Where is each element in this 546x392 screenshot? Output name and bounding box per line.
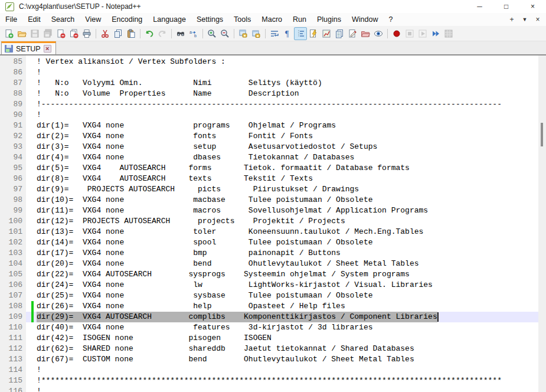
code-line-text: dir(1)= VXG4 none programs Ohjelmat / Pr… <box>37 121 336 130</box>
close-tab-button[interactable]: × <box>532 15 544 24</box>
code-line-94[interactable]: dir(4)= VXG4 none dbases Tietokannat / D… <box>26 152 538 163</box>
code-line-95[interactable]: dir(5)= VXG4 AUTOSEARCH forms Tietok. fo… <box>26 163 538 174</box>
show-all-characters-icon[interactable]: ¶ <box>281 27 294 40</box>
indent-guide-icon[interactable] <box>294 27 307 40</box>
code-line-text: dir(40)= VXG4 none features 3d-kirjastot… <box>37 323 373 332</box>
code-line-106[interactable]: dir(24)= VXG4 none lw LightWorks-kirjast… <box>26 280 538 290</box>
code-line-90[interactable]: ! <box>26 110 538 120</box>
scrollbar-thumb[interactable] <box>541 123 543 146</box>
code-line-text: dir(12)= PROJECTS AUTOSEARCH projects Pr… <box>37 217 345 226</box>
new-tab-button[interactable]: + <box>506 15 518 24</box>
vertical-scrollbar[interactable] <box>538 55 546 392</box>
menu-item-tools[interactable]: Tools <box>228 14 256 25</box>
code-line-113[interactable]: dir(67)= CUSTOM none bend Ohutlevytauluk… <box>26 354 538 365</box>
line-number: 104 <box>0 259 26 269</box>
code-line-105[interactable]: dir(22)= VXG4 AUTOSEARCH sysprogs Systee… <box>26 269 538 280</box>
menu-item-edit[interactable]: Edit <box>22 14 46 25</box>
document-list-icon[interactable] <box>333 27 346 40</box>
replace-icon[interactable]: ab <box>187 27 200 40</box>
line-number: 111 <box>0 333 26 344</box>
cut-icon[interactable] <box>99 27 112 40</box>
code-line-114[interactable]: ! <box>26 365 538 375</box>
code-line-111[interactable]: dir(42)= ISOGEN none pisogen ISOGEN <box>26 333 538 344</box>
code-line-85[interactable]: ! Vertex alikansiot / Vertex Subfolders … <box>26 57 538 67</box>
code-line-108[interactable]: dir(26)= VXG4 none help Opasteet / Help … <box>26 301 538 312</box>
code-line-91[interactable]: dir(1)= VXG4 none programs Ohjelmat / Pr… <box>26 120 538 131</box>
window-title: C:\vxg4plant\user\SETUP - Notepad++ <box>19 2 141 11</box>
tab-setup[interactable]: SETUP × <box>1 41 56 54</box>
change-marker <box>31 301 34 312</box>
save-icon <box>28 27 41 40</box>
code-line-103[interactable]: dir(17)= VXG4 none bmp painonapit / Butt… <box>26 248 538 259</box>
open-file-icon[interactable] <box>15 27 28 40</box>
code-line-88[interactable]: ! N:o Volume Properties Name Description <box>26 89 538 99</box>
code-line-99[interactable]: dir(11)= VXG4 none macros Sovellusohjelm… <box>26 205 538 216</box>
code-line-115[interactable]: !***************************************… <box>26 375 538 386</box>
new-file-icon[interactable] <box>2 27 15 40</box>
menu-item-language[interactable]: Language <box>148 14 191 25</box>
editor-area[interactable]: 8586878889909192939495969798991001011021… <box>0 55 546 392</box>
macro-record-icon[interactable] <box>390 27 403 40</box>
close-button[interactable]: × <box>519 0 546 13</box>
undo-icon[interactable] <box>143 27 156 40</box>
menu-item-plugins[interactable]: Plugins <box>312 14 346 25</box>
print-icon[interactable] <box>80 27 93 40</box>
notepadpp-app-icon <box>5 2 14 11</box>
code-line-100[interactable]: dir(12)= PROJECTS AUTOSEARCH projects Pr… <box>26 216 538 227</box>
menu-item-view[interactable]: View <box>80 14 106 25</box>
define-language-icon[interactable] <box>346 27 359 40</box>
code-line-97[interactable]: dir(9)= PROJECTS AUTOSEARCH picts Piirus… <box>26 184 538 195</box>
code-line-86[interactable]: ! <box>26 67 538 78</box>
code-line-107[interactable]: dir(25)= VXG4 none sysbase Tulee poistum… <box>26 290 538 301</box>
code-line-93[interactable]: dir(3)= VXG4 none setup Asetusarvotiedos… <box>26 142 538 152</box>
folder-as-workspace-icon[interactable] <box>359 27 372 40</box>
function-list-icon[interactable] <box>307 27 320 40</box>
code-line-92[interactable]: dir(2)= VXG4 none fonts Fontit / Fonts <box>26 131 538 142</box>
code-line-text: dir(29)= VXG4 AUTOSEARCH complibs Kompon… <box>37 312 437 321</box>
minimize-button[interactable]: ─ <box>466 0 493 13</box>
copy-icon[interactable] <box>112 27 125 40</box>
tab-bar: SETUP × <box>0 41 546 55</box>
line-number: 116 <box>0 386 26 392</box>
tab-close-icon[interactable]: × <box>44 45 51 53</box>
line-number: 113 <box>0 354 26 365</box>
code-line-87[interactable]: ! N:o Volyymi Omin. Nimi Selitys (käyttö… <box>26 78 538 89</box>
zoom-out-icon[interactable] <box>218 27 231 40</box>
tab-list-dropdown-icon[interactable]: ▼ <box>519 17 531 22</box>
code-line-109[interactable]: dir(29)= VXG4 AUTOSEARCH complibs Kompon… <box>26 312 538 322</box>
code-line-101[interactable]: dir(13)= VXG4 none toler Koneensuunn.tau… <box>26 227 538 237</box>
code-line-98[interactable]: dir(10)= VXG4 none macbase Tulee poistum… <box>26 195 538 205</box>
code-line-89[interactable]: !---------------------------------------… <box>26 99 538 110</box>
code-line-112[interactable]: dir(62)= SHARED none shareddb Jaetut tie… <box>26 344 538 354</box>
sync-vertical-icon[interactable] <box>237 27 250 40</box>
close-all-icon[interactable] <box>67 27 80 40</box>
macro-play-icon <box>416 27 429 40</box>
find-icon[interactable] <box>174 27 187 40</box>
code-line-116[interactable]: ! <box>26 386 538 392</box>
macro-run-multiple-icon[interactable] <box>429 27 442 40</box>
maximize-button[interactable]: □ <box>493 0 519 13</box>
sync-horizontal-icon[interactable] <box>250 27 263 40</box>
menu-item-[interactable]: ? <box>383 14 398 25</box>
line-number: 92 <box>0 131 26 142</box>
close-file-icon[interactable] <box>54 27 67 40</box>
word-wrap-icon[interactable] <box>268 27 281 40</box>
zoom-in-icon[interactable] <box>205 27 218 40</box>
line-number: 98 <box>0 195 26 205</box>
code-line-110[interactable]: dir(40)= VXG4 none features 3d-kirjastot… <box>26 322 538 333</box>
menu-item-search[interactable]: Search <box>46 14 80 25</box>
paste-icon[interactable] <box>125 27 138 40</box>
text-area[interactable]: ! Vertex alikansiot / Vertex Subfolders … <box>26 55 538 392</box>
code-line-104[interactable]: dir(20)= VXG4 none bend Ohutlevytaulukot… <box>26 259 538 269</box>
menu-item-encoding[interactable]: Encoding <box>106 14 148 25</box>
document-map-icon[interactable] <box>320 27 333 40</box>
code-line-102[interactable]: dir(14)= VXG4 none spool Tulee poistumaa… <box>26 237 538 248</box>
menu-item-settings[interactable]: Settings <box>191 14 228 25</box>
menu-item-macro[interactable]: Macro <box>256 14 287 25</box>
menu-item-window[interactable]: Window <box>346 14 383 25</box>
monitoring-icon[interactable] <box>372 27 385 40</box>
menu-item-file[interactable]: File <box>0 14 22 25</box>
menu-item-run[interactable]: Run <box>287 14 312 25</box>
code-line-96[interactable]: dir(8)= VXG4 AUTOSEARCH texts Tekstit / … <box>26 174 538 184</box>
line-number: 105 <box>0 269 26 280</box>
